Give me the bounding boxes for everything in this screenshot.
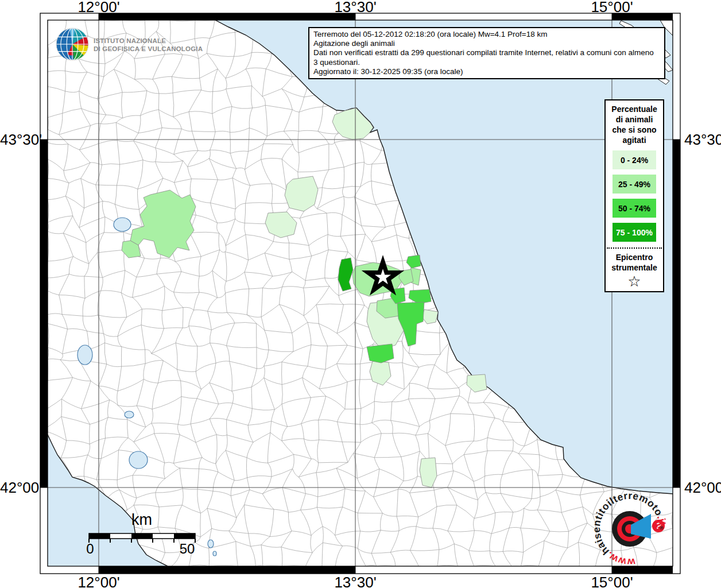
axis-label-lat: 43°30' bbox=[0, 131, 36, 149]
event-info-line: Terremoto del 05-12-2012 02:18:20 (ora l… bbox=[313, 30, 660, 39]
municipality-class-0 bbox=[420, 458, 437, 488]
event-info-line: Aggiornato il: 30-12-2025 09:35 (ora loc… bbox=[313, 67, 660, 76]
map-canvas: ?www.haisentitoilterremoto.it® bbox=[0, 0, 721, 588]
municipality-class-2 bbox=[406, 255, 421, 268]
axis-label-lon: 15°00' bbox=[589, 574, 635, 588]
tyrrhenian-sea bbox=[48, 435, 168, 566]
legend-divider bbox=[607, 247, 662, 249]
axis-label-lat: 42°00' bbox=[0, 479, 36, 497]
axis-label-lon: 15°00' bbox=[589, 0, 635, 16]
axis-label-lat: 43°30' bbox=[684, 131, 721, 149]
legend-title-line: agitati bbox=[606, 135, 663, 145]
lake bbox=[77, 345, 92, 365]
legend-class-swatch: 25 - 49% bbox=[613, 175, 656, 194]
scalebar-unit-label: km bbox=[125, 511, 159, 529]
lake bbox=[213, 551, 216, 556]
municipality-class-2 bbox=[367, 344, 394, 363]
legend-class-swatch: 75 - 100% bbox=[613, 223, 656, 242]
legend-class-swatch: 50 - 74% bbox=[613, 199, 656, 218]
legend-title-line: di animali bbox=[606, 114, 663, 125]
scalebar-start-label: 0 bbox=[79, 541, 102, 557]
municipality-class-3 bbox=[338, 258, 353, 291]
ingv-name-line1: ISTITUTO NAZIONALE bbox=[94, 37, 203, 45]
epicenter-star-icon: ☆ bbox=[606, 274, 663, 289]
hsit-map-figure: ?www.haisentitoilterremoto.it® ISTITUTO … bbox=[0, 0, 721, 588]
legend-epicenter-line: strumentale bbox=[606, 262, 663, 273]
legend-epicenter-line: Epicentro bbox=[606, 252, 663, 262]
hsit-logo: ?www.haisentitoilterremoto.it® bbox=[591, 490, 669, 568]
legend-class-swatch: 0 - 24% bbox=[613, 150, 656, 169]
lake bbox=[114, 218, 131, 231]
legend-title-line: Percentuale bbox=[606, 104, 663, 114]
axis-label-lon: 13°30' bbox=[332, 0, 378, 16]
ingv-globe-icon bbox=[56, 28, 88, 60]
municipality-class-2 bbox=[409, 289, 431, 304]
legend-title-line: che si sono bbox=[606, 125, 663, 135]
lake bbox=[129, 451, 148, 469]
event-info-line: Agitazione degli animali bbox=[313, 39, 660, 48]
municipality-class-0 bbox=[467, 374, 487, 392]
event-info-box: Terremoto del 05-12-2012 02:18:20 (ora l… bbox=[308, 27, 665, 79]
legend-box: Percentuale di animali che si sono agita… bbox=[604, 99, 664, 292]
ingv-name-line2: DI GEOFISICA E VULCANOLOGIA bbox=[94, 45, 203, 53]
axis-label-lon: 12°00' bbox=[76, 0, 122, 16]
axis-label-lon: 12°00' bbox=[76, 574, 122, 588]
municipality-class-1 bbox=[130, 190, 196, 258]
municipality-class-0 bbox=[265, 212, 297, 238]
map-layers bbox=[46, 19, 674, 567]
lake bbox=[208, 540, 214, 548]
municipality-class-2 bbox=[397, 302, 424, 346]
municipality-class-0 bbox=[422, 310, 438, 324]
scalebar-end-label: 50 bbox=[176, 541, 199, 557]
ingv-logo-text: ISTITUTO NAZIONALE DI GEOFISICA E VULCAN… bbox=[94, 37, 203, 53]
axis-label-lon: 13°30' bbox=[332, 574, 378, 588]
axis-label-lat: 42°00' bbox=[684, 479, 721, 497]
event-info-line: Dati non verificati estratti da 299 ques… bbox=[313, 48, 660, 67]
municipality-class-0 bbox=[370, 361, 391, 385]
lake bbox=[125, 411, 134, 418]
municipality-class-0 bbox=[285, 176, 318, 211]
